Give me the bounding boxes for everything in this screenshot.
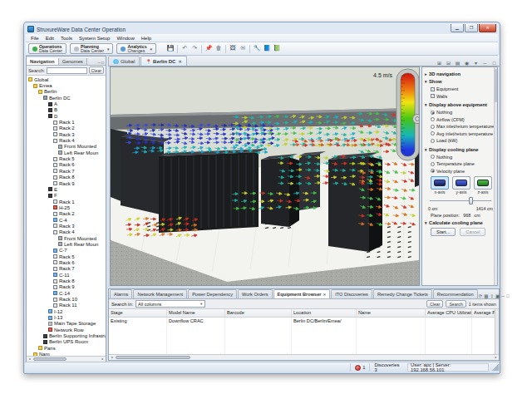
tree-item-global[interactable]: Global <box>27 76 106 82</box>
column-header-average-cpu-utilization-[interactable]: Average CPU Utilization ... <box>426 309 472 317</box>
section-display-cooling-plane[interactable]: ▾Display cooling plane <box>425 147 496 152</box>
layout-view-icon[interactable]: ▤ <box>454 60 461 66</box>
tree-item-i-13[interactable]: I-13 <box>27 314 106 320</box>
undo-icon[interactable]: ↶ <box>180 44 189 53</box>
tree-item-berlin-supporting-infrastru[interactable]: Berlin Supporting Infrastru <box>27 332 106 338</box>
thumbnail-view-icon[interactable]: ⊞ <box>436 60 443 66</box>
bottom-tab-alarms[interactable]: Alarms <box>110 289 132 298</box>
tree-item-rack-5[interactable]: Rack 5 <box>27 155 106 161</box>
column-header-location[interactable]: Location <box>292 309 357 317</box>
maximize-window-button[interactable]: ❐ <box>465 24 478 32</box>
radio-velocity-plane[interactable]: Velocity plane <box>425 168 496 175</box>
tree-item-rack-10[interactable]: Rack 10 <box>27 296 106 302</box>
panel-tab-navigation[interactable]: Navigation <box>27 58 59 65</box>
menu-window[interactable]: Window <box>113 36 137 41</box>
chevron-down-icon[interactable]: ▾ <box>107 47 110 52</box>
bottom-tab-recommendation[interactable]: Recommendation <box>433 289 478 298</box>
tree-item-rack-4[interactable]: Rack 4 <box>27 137 106 143</box>
right-panel-scrollbar[interactable] <box>494 67 497 285</box>
tree-item-rack-4[interactable]: Rack 4 <box>27 229 106 235</box>
tree-item-main-tape-storage[interactable]: Main Tape Storage <box>27 321 106 327</box>
tree-item-left-rear-moun[interactable]: Left Rear Moun <box>27 150 106 155</box>
camera-view-icon[interactable]: ◉ <box>463 60 470 66</box>
discoveries-status[interactable]: Discoveries 3 <box>369 363 407 372</box>
tree-item-c-11[interactable]: C-11 <box>27 272 106 278</box>
tree-item-rack-5[interactable]: Rack 5 <box>27 254 106 259</box>
tree-item-rack-2[interactable]: Rack 2 <box>27 126 106 131</box>
tree-item-i-12[interactable]: I-12 <box>27 308 106 314</box>
minimize-window-button[interactable]: ▁ <box>451 24 464 32</box>
tree-item-berlin-ups-room[interactable]: Berlin UPS Room <box>27 339 106 345</box>
column-header-model-name[interactable]: Model Name <box>167 309 225 317</box>
table-vertical-scrollbar[interactable] <box>495 309 499 354</box>
tree-item-rack-1[interactable]: Rack 1 <box>27 119 106 125</box>
close-window-button[interactable]: ✕ <box>479 24 496 32</box>
tree-item-front-mounted[interactable]: Front Mounted <box>27 235 106 241</box>
bottom-tab-work-orders[interactable]: Work Orders <box>238 289 273 298</box>
menu-file[interactable]: File <box>27 36 42 41</box>
tree-item-f[interactable]: F <box>27 193 106 199</box>
menu-system-setup[interactable]: System Setup <box>76 36 113 41</box>
tree-item-rack-8[interactable]: Rack 8 <box>27 175 106 180</box>
maximize-panel-icon[interactable]: □ <box>506 293 509 298</box>
tree-item-rack-6[interactable]: Rack 6 <box>27 259 106 265</box>
panel-tab-genomes[interactable]: Genomes <box>59 58 87 65</box>
tree-item-rack-9[interactable]: Rack 9 <box>27 180 106 186</box>
pin-icon[interactable]: 📌 <box>204 44 213 53</box>
layers-blue-icon[interactable]: 📘 <box>263 44 271 53</box>
bottom-tab-remedy-change-tickets[interactable]: Remedy Change Tickets <box>373 289 432 298</box>
tree-item-paris[interactable]: Paris <box>27 345 106 351</box>
bottom-tab-network-management[interactable]: Network Management <box>133 289 187 298</box>
section-calculate-cooling-plane[interactable]: ▾Calculate cooling plane <box>425 220 496 225</box>
tree-item-d[interactable]: D <box>27 113 106 119</box>
z-axis-button[interactable] <box>474 176 492 190</box>
cancel-button[interactable]: Cancel <box>460 228 485 236</box>
tree-item-rack-1[interactable]: Rack 1 <box>27 199 106 204</box>
tree-item-rack-3[interactable]: Rack 3 <box>27 223 106 229</box>
search-button[interactable]: Search <box>446 300 466 308</box>
y-axis-button[interactable] <box>452 176 470 190</box>
table-icon[interactable]: ▦ <box>484 293 488 298</box>
editor-tab-berlin-dc[interactable]: 📍Berlin DC✕ <box>140 56 186 66</box>
close-tab-icon[interactable]: ✕ <box>323 293 326 297</box>
tree-item-rack-9[interactable]: Rack 9 <box>27 284 106 290</box>
bottom-tab-power-dependency[interactable]: Power Dependency <box>188 289 237 298</box>
section-3d-navigation[interactable]: ▸3D navigation <box>425 71 496 76</box>
image-export-icon[interactable]: 🖼 <box>229 44 237 53</box>
radio-nothing[interactable]: Nothing <box>425 109 496 116</box>
radio-airflow-cfm-[interactable]: Airflow (CFM) <box>425 116 496 124</box>
tree-item-berlin[interactable]: Berlin <box>27 89 106 95</box>
radio-avg-inlet-return-temperature[interactable]: Avg inlet/return temperature <box>425 131 496 138</box>
scale-settings-knob[interactable] <box>413 115 420 124</box>
view-dropdown-icon[interactable]: ▾ <box>472 60 480 66</box>
tree-item-b[interactable]: B <box>27 107 106 113</box>
x-axis-button[interactable] <box>431 176 449 190</box>
menu-edit[interactable]: Edit <box>42 36 57 41</box>
viewport-3d[interactable]: 4.5 m/s <box>110 66 420 286</box>
tree-item-emea[interactable]: Emea <box>27 82 106 88</box>
tree-item-rack-7[interactable]: Rack 7 <box>27 266 106 272</box>
table-horizontal-scrollbar[interactable]: ◂ ▸ <box>109 354 499 360</box>
export-icon[interactable]: ⇪ <box>490 293 495 298</box>
radio-max-inlet-return-temperature[interactable]: Max inlet/return temperature <box>425 123 496 131</box>
perspective-planning[interactable]: PlanningData Center ▾ <box>70 43 114 54</box>
tree-item-rack-6[interactable]: Rack 6 <box>27 162 106 168</box>
tree-item-h-25[interactable]: H-25 <box>27 204 106 210</box>
column-header-barcode[interactable]: Barcode <box>225 309 292 317</box>
radio-load-kw-[interactable]: Load (kW) <box>425 137 496 145</box>
tree-item-rack-7[interactable]: Rack 7 <box>27 168 106 174</box>
tree-item-c-7[interactable]: C-7 <box>27 248 106 254</box>
menu-help[interactable]: Help <box>138 36 155 41</box>
section-display-above-equipment[interactable]: ▾Display above equipment <box>425 102 496 107</box>
datacenter-3d-scene[interactable]: 4.5 m/s <box>111 67 419 285</box>
tree-item-rack-3[interactable]: Rack 3 <box>27 131 106 137</box>
resize-grip[interactable] <box>492 364 499 371</box>
bottom-tab-equipment-browser[interactable]: Equipment Browser✕ <box>273 289 331 298</box>
menu-tools[interactable]: Tools <box>57 36 76 41</box>
layers-green-icon[interactable]: 📗 <box>273 44 281 53</box>
search-scope-select[interactable]: All columns▼ <box>135 300 205 308</box>
minimize-panel-icon[interactable]: ─ <box>97 60 101 65</box>
mail-icon[interactable]: ✉ <box>239 44 247 53</box>
save-icon[interactable]: 💾 <box>166 44 175 53</box>
column-header-name[interactable]: Name <box>357 309 426 317</box>
